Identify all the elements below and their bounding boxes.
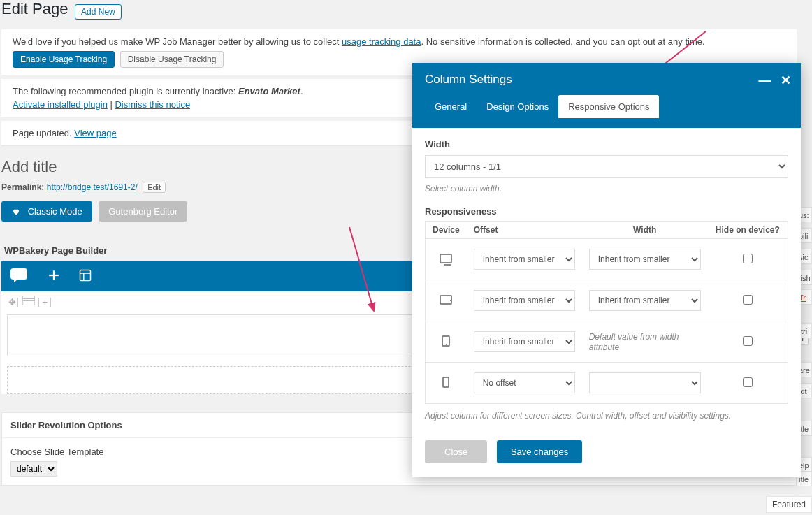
enable-tracking-button[interactable]: Enable Usage Tracking	[13, 51, 115, 68]
view-page-link[interactable]: View page	[74, 128, 116, 138]
plugin-notice-text: The following recommended plugin is curr…	[13, 86, 238, 96]
edit-permalink-button[interactable]: Edit	[143, 182, 166, 193]
slide-template-select[interactable]: default	[10, 461, 57, 477]
th-device: Device	[426, 222, 467, 239]
save-changes-button[interactable]: Save changes	[497, 440, 582, 463]
th-width: Width	[582, 222, 708, 239]
plugin-name: Envato Market	[238, 86, 300, 96]
activate-plugin-link[interactable]: Activate installed plugin	[13, 99, 108, 110]
hide-checkbox-phone[interactable]	[743, 377, 753, 387]
offset-select-tablet-l[interactable]: Inherit from smaller	[474, 290, 575, 311]
gutenberg-editor-button[interactable]: Gutenberg Editor	[99, 201, 187, 222]
classic-mode-button[interactable]: Classic Mode	[1, 201, 92, 222]
close-icon[interactable]: ✕	[781, 73, 791, 88]
move-row-icon[interactable]: ✥	[6, 298, 18, 307]
speech-bubble-icon[interactable]	[10, 268, 28, 284]
width-default-text: Default value from width attribute	[589, 332, 679, 352]
add-to-row-icon[interactable]: +	[38, 298, 51, 307]
offset-select-phone[interactable]: No offset	[474, 372, 575, 393]
featured-box: Featured	[766, 496, 812, 513]
dismiss-notice-link[interactable]: Dismiss this notice	[115, 99, 190, 110]
minimize-icon[interactable]: —	[758, 73, 771, 88]
hide-checkbox-tablet-l[interactable]	[743, 295, 753, 305]
width-label: Width	[425, 139, 788, 150]
column-settings-modal: Column Settings — ✕ General Design Optio…	[412, 63, 801, 477]
table-row: No offset	[426, 363, 788, 404]
tablet-landscape-icon	[440, 295, 452, 305]
width-help: Select column width.	[425, 184, 788, 194]
responsiveness-table: Device Offset Width Hide on device? Inhe…	[425, 221, 788, 404]
heart-icon	[11, 208, 21, 216]
tracking-text-prefix: We'd love if you helped us make WP Job M…	[13, 36, 342, 47]
plus-icon[interactable]	[48, 269, 60, 284]
responsiveness-help: Adjust column for different screen sizes…	[425, 411, 788, 421]
add-new-button[interactable]: Add New	[75, 4, 122, 20]
width-select[interactable]: 12 columns - 1/1	[425, 155, 788, 178]
permalink-label: Permalink:	[1, 182, 47, 192]
responsiveness-label: Responsiveness	[425, 206, 788, 217]
tab-general[interactable]: General	[425, 95, 477, 118]
svg-rect-2	[80, 270, 91, 280]
modal-title: Column Settings	[425, 73, 788, 87]
table-row: Inherit from smaller Inherit from smalle…	[426, 239, 788, 280]
tracking-data-link[interactable]: usage tracking data	[342, 36, 421, 47]
tablet-portrait-icon	[442, 335, 450, 347]
offset-select-tablet-p[interactable]: Inherit from smaller	[474, 331, 575, 352]
tracking-text-suffix: . No sensitive information is collected,…	[421, 36, 704, 47]
template-icon[interactable]	[79, 269, 92, 284]
width-select-phone[interactable]	[589, 372, 701, 393]
page-updated-text: Page updated.	[13, 128, 74, 138]
width-select-desktop[interactable]: Inherit from smaller	[589, 249, 701, 270]
th-hide: Hide on device?	[708, 222, 788, 239]
tab-responsive-options[interactable]: Responsive Options	[558, 95, 659, 118]
disable-tracking-button[interactable]: Disable Usage Tracking	[120, 51, 224, 68]
row-layout-icon[interactable]	[22, 296, 35, 305]
separator: |	[108, 99, 115, 110]
width-select-tablet-l[interactable]: Inherit from smaller	[589, 290, 701, 311]
tab-design-options[interactable]: Design Options	[477, 95, 558, 118]
hide-checkbox-desktop[interactable]	[743, 254, 753, 263]
table-row: Inherit from smaller Inherit from smalle…	[426, 280, 788, 321]
desktop-icon	[440, 254, 452, 263]
page-title: Edit Page	[1, 0, 68, 18]
table-row: Inherit from smaller Default value from …	[426, 321, 788, 363]
th-offset: Offset	[467, 222, 582, 239]
hide-checkbox-tablet-p[interactable]	[743, 336, 753, 346]
close-button[interactable]: Close	[425, 440, 487, 463]
phone-icon	[442, 377, 449, 388]
permalink-url[interactable]: http://bridge.test/1691-2/	[47, 182, 138, 192]
offset-select-desktop[interactable]: Inherit from smaller	[474, 249, 575, 270]
